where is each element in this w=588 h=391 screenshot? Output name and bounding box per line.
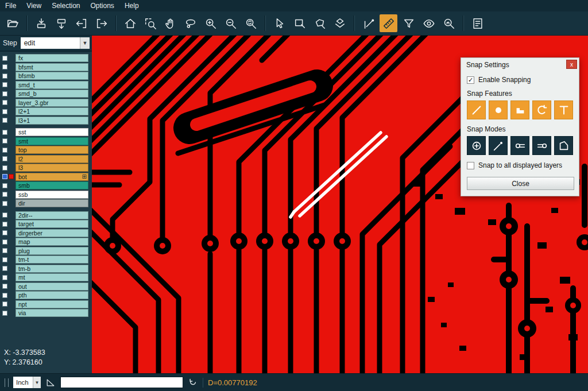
snap-entry-button[interactable] (510, 136, 529, 155)
layer-row-bot[interactable]: bot⊞ (0, 173, 92, 181)
layer-visibility-checkbox[interactable] (2, 73, 7, 79)
layer-row-npt[interactable]: npt (0, 300, 92, 308)
select-poly-button[interactable] (311, 14, 328, 32)
layer-name[interactable]: l3+1 (16, 117, 88, 125)
menu-selection[interactable]: Selection (47, 0, 85, 11)
layer-visibility-checkbox[interactable] (2, 257, 7, 262)
layer-name[interactable]: 2dir-- (16, 211, 88, 219)
layer-visibility-checkbox[interactable] (2, 239, 7, 245)
layer-name[interactable]: tm-t (16, 255, 88, 264)
chevron-down-icon[interactable]: ▼ (33, 377, 41, 388)
layer-name[interactable]: pth (16, 291, 88, 299)
layer-row-l2[interactable]: l2 (0, 155, 92, 163)
home-view-button[interactable] (121, 14, 139, 32)
layer-row-l3+1[interactable]: l3+1 (0, 117, 92, 125)
layer-row-pth[interactable]: pth (0, 291, 92, 299)
layer-visibility-checkbox[interactable] (2, 311, 7, 316)
layer-visibility-checkbox[interactable] (2, 212, 7, 218)
snap-pad-button[interactable] (489, 100, 508, 119)
filter-button[interactable] (400, 14, 417, 32)
layer-name[interactable]: tm-b (16, 265, 88, 273)
layer-visibility-checkbox[interactable] (2, 192, 7, 197)
layer-name[interactable]: bfsmt (16, 63, 88, 71)
snap-angle-button[interactable] (489, 136, 508, 155)
layer-name[interactable]: l2+1 (16, 107, 88, 115)
refresh-icon[interactable] (188, 377, 198, 388)
zoom-previous-button[interactable] (242, 14, 260, 32)
layer-row-fx[interactable]: fx (0, 54, 92, 62)
layer-row-dirgerber[interactable]: dirgerber (0, 229, 92, 237)
unit-dropdown[interactable]: Inch ▼ (13, 377, 41, 388)
angle-tool-icon[interactable] (45, 377, 56, 388)
snap-dialog-titlebar[interactable]: Snap Settings x (461, 58, 579, 72)
all-layers-checkbox[interactable] (467, 162, 474, 169)
layer-row-smb[interactable]: smb (0, 181, 92, 189)
layer-name[interactable]: l3 (16, 164, 88, 172)
layer-name[interactable]: bot⊞ (16, 173, 88, 181)
layer-row-l2+1[interactable]: l2+1 (0, 107, 92, 115)
import-file-button[interactable] (72, 14, 90, 32)
layer-visibility-checkbox[interactable] (2, 156, 7, 161)
layer-name[interactable]: l2 (16, 155, 88, 163)
layer-row-ssb[interactable]: ssb (0, 191, 92, 199)
layer-visibility-checkbox[interactable] (2, 56, 7, 61)
snap-exit-button[interactable] (532, 136, 551, 155)
step-dropdown[interactable]: edit ▼ (21, 37, 90, 49)
layer-name[interactable]: out (16, 282, 88, 291)
layer-row-tm-b[interactable]: tm-b (0, 265, 92, 273)
layer-name[interactable]: smt (16, 137, 88, 145)
layer-row-top[interactable]: top (0, 146, 92, 154)
snap-text-button[interactable] (554, 100, 573, 119)
layer-visibility-checkbox[interactable] (2, 293, 7, 298)
layer-visibility-checkbox[interactable] (2, 100, 7, 105)
layer-row-dir[interactable]: dir (0, 199, 92, 207)
zoom-out-button[interactable] (222, 14, 239, 32)
layer-name[interactable]: smb (16, 181, 88, 189)
layer-visibility-checkbox[interactable] (2, 148, 7, 153)
layer-row-smt[interactable]: smt (0, 137, 92, 145)
report-list-button[interactable] (469, 14, 486, 32)
command-input[interactable] (60, 377, 183, 388)
snap-center-button[interactable] (467, 136, 486, 155)
layer-name[interactable]: plug (16, 247, 88, 255)
layer-name[interactable]: map (16, 238, 88, 246)
layer-name[interactable]: via (16, 309, 88, 317)
export-file-button[interactable] (92, 14, 110, 32)
layer-name[interactable]: dirgerber (16, 229, 88, 237)
layer-active-checkbox[interactable] (2, 174, 7, 179)
close-icon[interactable]: x (566, 60, 577, 69)
layer-visibility-checkbox[interactable] (2, 248, 7, 253)
layer-row-tm-t[interactable]: tm-t (0, 255, 92, 264)
pan-hand-button[interactable] (161, 14, 179, 32)
menu-options[interactable]: Options (86, 0, 119, 11)
menu-help[interactable]: Help (119, 0, 144, 11)
layer-visibility-checkbox[interactable] (2, 91, 7, 96)
layer-visibility-checkbox[interactable] (2, 64, 7, 69)
layer-row-smd_t[interactable]: smd_t (0, 81, 92, 89)
layer-visibility-checkbox[interactable] (2, 230, 7, 235)
layer-name[interactable]: sst (16, 128, 88, 136)
open-folder-button[interactable] (3, 14, 21, 32)
layer-name[interactable]: mt (16, 273, 88, 281)
layer-name[interactable]: npt (16, 300, 88, 308)
layer-name[interactable]: smd_b (16, 90, 88, 98)
layer-visibility-checkbox[interactable] (2, 222, 7, 227)
layer-name[interactable]: ssb (16, 191, 88, 199)
line-tool-button[interactable] (359, 14, 377, 32)
select-cursor-button[interactable] (270, 14, 288, 32)
layer-row-out[interactable]: out (0, 282, 92, 291)
layer-row-via[interactable]: via (0, 309, 92, 317)
pcb-canvas[interactable]: Snap Settings x ✓ Enable Snapping Snap F… (92, 36, 588, 373)
snap-arc-button[interactable] (532, 100, 551, 119)
snap-vertex-button[interactable] (554, 136, 573, 155)
layer-visibility-checkbox[interactable] (2, 275, 7, 280)
layer-row-mt[interactable]: mt (0, 273, 92, 281)
chevron-down-icon[interactable]: ▼ (80, 37, 90, 49)
layer-name[interactable]: bfsmb (16, 72, 88, 80)
layer-row-bfsmt[interactable]: bfsmt (0, 63, 92, 71)
layer-name[interactable]: top (16, 146, 88, 154)
layer-name[interactable]: smd_t (16, 81, 88, 89)
layer-visibility-checkbox[interactable] (2, 183, 7, 188)
measure-ruler-button[interactable] (380, 14, 397, 32)
layer-visibility-checkbox[interactable] (2, 138, 7, 144)
